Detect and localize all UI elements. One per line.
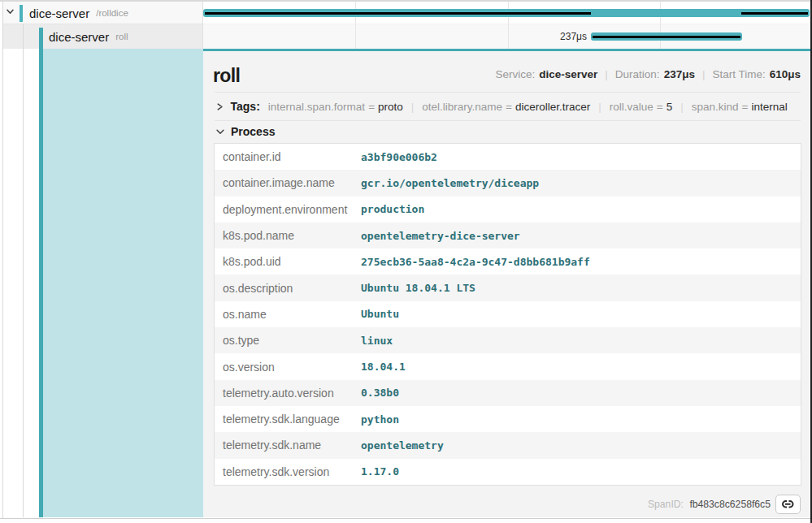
attribute-value[interactable]: Ubuntu 18.04.1 LTS [361, 282, 475, 294]
tag-equals: = [657, 101, 663, 113]
tag-divider: | [680, 101, 684, 113]
tag-key: roll.value [610, 101, 654, 113]
process-label: Process [231, 125, 275, 138]
chevron-down-icon [216, 129, 224, 135]
attribute-key: telemetry.sdk.language [215, 413, 361, 426]
attribute-value[interactable]: a3bf90e006b2 [361, 151, 437, 163]
table-row: os.nameUbuntu [215, 301, 801, 327]
attribute-value[interactable]: 275ecb36-5aa8-4c2a-9c47-d8bb681b9aff [361, 256, 590, 268]
table-row: telemetry.sdk.languagepython [215, 406, 801, 432]
attribute-key: container.image.name [215, 176, 361, 189]
attribute-value[interactable]: Ubuntu [361, 308, 399, 320]
header-divider [215, 92, 801, 93]
span-bar-1[interactable] [203, 9, 810, 17]
tag-value: 5 [667, 101, 673, 113]
attribute-key: os.type [215, 334, 361, 347]
tag-equals: = [742, 101, 749, 113]
tag-divider: | [598, 101, 601, 113]
tag-item: otel.library.name=diceroller.tracer [422, 101, 590, 113]
service-name: dice-server [49, 30, 109, 44]
critical-path-segment [593, 36, 740, 38]
start-time-value: 610μs [770, 68, 801, 80]
attribute-value[interactable]: 0.38b0 [361, 387, 399, 399]
detail-row-top-border [203, 49, 810, 51]
jaeger-trace-page: dice-server /rolldice dice-server roll 2… [0, 0, 812, 523]
meta-divider: | [702, 68, 706, 80]
critical-path-segment [741, 12, 808, 15]
tag-item: span.kind=internal [692, 101, 788, 113]
attribute-value[interactable]: opentelemetry [361, 439, 444, 452]
tag-item: internal.span.format=proto [268, 101, 403, 113]
span-detail-title: roll [213, 67, 240, 85]
tag-value: internal [751, 101, 787, 113]
service-label: Service: [495, 68, 535, 80]
table-row: telemetry.auto.version0.38b0 [215, 380, 801, 406]
attribute-value[interactable]: python [361, 413, 399, 426]
meta-divider: | [605, 68, 608, 80]
table-row: container.image.namegcr.io/opentelemetry… [215, 170, 801, 196]
table-row: os.typelinux [215, 327, 801, 353]
attribute-value[interactable]: 18.04.1 [361, 361, 406, 373]
operation-name: /rolldice [96, 8, 128, 18]
attribute-value[interactable]: linux [361, 335, 393, 347]
table-row: deployment.environmentproduction [215, 197, 801, 223]
tag-equals: = [368, 101, 375, 113]
tag-value: diceroller.tracer [515, 101, 590, 113]
attribute-key: k8s.pod.name [215, 229, 361, 242]
attribute-value[interactable]: gcr.io/opentelemetry/diceapp [361, 177, 539, 189]
span-color-bar-1 [20, 5, 23, 22]
chevron-right-icon [217, 103, 224, 110]
tags-divider [215, 120, 801, 121]
tag-divider: | [411, 101, 415, 113]
duration-value: 237μs [664, 68, 695, 80]
attribute-key: os.version [215, 361, 361, 374]
operation-name: roll [115, 32, 128, 41]
span-id: SpanID: fb483c8c6258f6c5 [648, 499, 771, 510]
row-divider [203, 24, 810, 24]
tag-item: roll.value=5 [610, 101, 672, 113]
span-duration-label: 237μs [517, 24, 587, 49]
link-icon [782, 500, 794, 508]
critical-path-segment [205, 12, 591, 15]
table-row: telemetry.sdk.version1.17.0 [215, 459, 801, 485]
attribute-key: container.id [215, 150, 361, 163]
page-border-left [2, 2, 3, 518]
tag-equals: = [506, 101, 512, 113]
table-row: os.descriptionUbuntu 18.04.1 LTS [215, 274, 801, 300]
attribute-key: deployment.environment [215, 203, 361, 216]
span-color-bar-2 [39, 28, 43, 517]
attribute-value[interactable]: opentelemetry-dice-server [361, 230, 520, 242]
indent-guide [23, 24, 24, 517]
service-name: dice-server [29, 6, 89, 20]
duration-label: Duration: [615, 68, 660, 80]
table-row: os.version18.04.1 [215, 353, 801, 379]
table-row: telemetry.sdk.nameopentelemetry [215, 432, 801, 458]
span-row-2-label[interactable]: dice-server roll [49, 24, 128, 49]
attribute-key: telemetry.sdk.name [215, 439, 361, 452]
tags-accordian[interactable]: Tags: internal.span.format=proto | otel.… [215, 97, 788, 115]
copy-link-button[interactable] [775, 495, 801, 514]
attribute-key: telemetry.sdk.version [215, 465, 361, 478]
start-time-label: Start Time: [712, 68, 765, 80]
process-accordian[interactable]: Process [215, 123, 275, 140]
attribute-key: k8s.pod.uid [215, 255, 361, 268]
page-border-top [0, 0, 812, 2]
chevron-down-icon[interactable] [7, 9, 14, 15]
span-row-1-label[interactable]: dice-server /rolldice [29, 2, 128, 24]
span-detail-meta: Service: dice-server | Duration: 237μs |… [495, 68, 801, 80]
table-row: container.ida3bf90e006b2 [215, 144, 801, 170]
span-id-value: fb483c8c6258f6c5 [689, 499, 771, 510]
name-column-border [202, 2, 203, 49]
table-row: k8s.pod.uid275ecb36-5aa8-4c2a-9c47-d8bb6… [215, 249, 801, 274]
page-border-bottom [0, 518, 810, 519]
span-id-label: SpanID: [648, 499, 684, 510]
attribute-value[interactable]: 1.17.0 [361, 465, 399, 478]
tag-key: internal.span.format [268, 101, 365, 113]
attribute-key: telemetry.auto.version [215, 387, 361, 400]
tag-key: otel.library.name [422, 101, 502, 113]
attribute-value[interactable]: production [361, 203, 424, 215]
span-bar-2[interactable] [591, 32, 742, 41]
detail-row-accent-fill [42, 49, 203, 517]
tags-label: Tags: [231, 100, 260, 113]
tag-value: proto [378, 101, 403, 113]
